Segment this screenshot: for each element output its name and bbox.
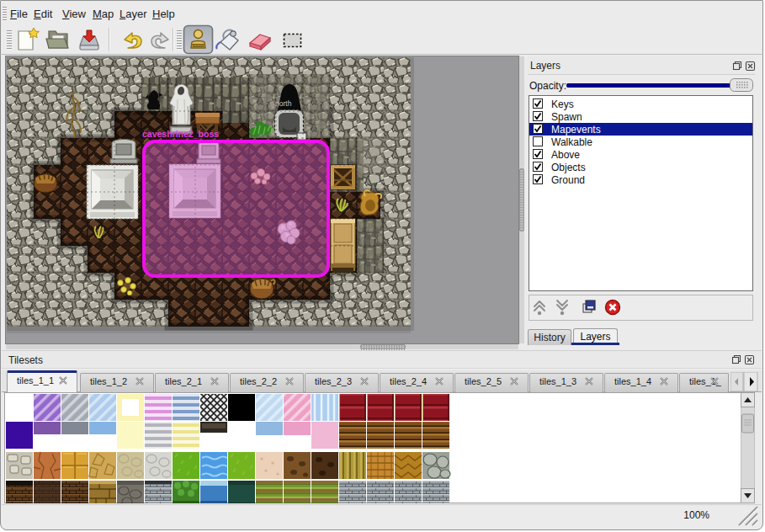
svg-text:caveshrine2_boss: caveshrine2_boss: [142, 129, 219, 139]
svg-text:north: north: [275, 99, 292, 108]
